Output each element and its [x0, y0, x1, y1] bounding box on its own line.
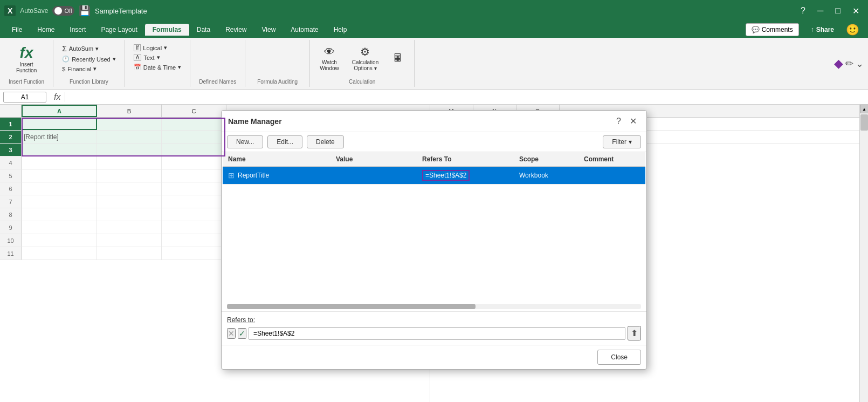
cell-b3[interactable] — [97, 144, 162, 156]
cell-c3[interactable] — [162, 144, 226, 156]
maximize-button[interactable]: □ — [831, 4, 845, 18]
cell-c5[interactable] — [162, 169, 226, 182]
cell-a11[interactable] — [22, 247, 97, 260]
calculation-items: 👁 WatchWindow ⚙ CalculationOptions ▾ 🖩 — [315, 41, 409, 76]
name-box[interactable] — [3, 92, 46, 103]
logical-button[interactable]: If Logical ▾ — [130, 43, 170, 52]
watch-window-button[interactable]: 👁 WatchWindow — [315, 43, 343, 73]
close-button[interactable]: ✕ — [848, 4, 864, 18]
tab-help[interactable]: Help — [326, 24, 355, 36]
filter-button[interactable]: Filter ▾ — [603, 135, 641, 148]
cell-c4[interactable] — [162, 156, 226, 169]
delete-button[interactable]: Delete — [307, 135, 344, 148]
cell-b9[interactable] — [97, 221, 162, 234]
ribbon-group-calculation: 👁 WatchWindow ⚙ CalculationOptions ▾ 🖩 C… — [310, 40, 415, 87]
refers-to-input[interactable] — [249, 327, 625, 340]
dialog-toolbar: New... Edit... Delete Filter ▾ — [222, 132, 646, 152]
cell-b4[interactable] — [97, 156, 162, 169]
cell-a1[interactable] — [22, 118, 97, 130]
formula-input[interactable] — [68, 92, 865, 102]
vertical-scrollbar[interactable]: ▲ ▼ — [859, 105, 868, 402]
tab-page-layout[interactable]: Page Layout — [93, 24, 144, 36]
calculation-options-button[interactable]: ⚙ CalculationOptions ▾ — [348, 43, 383, 73]
calculate-now-button[interactable]: 🖩 — [387, 43, 409, 73]
cell-a8[interactable] — [22, 208, 97, 221]
date-time-button[interactable]: 📅 Date & Time ▾ — [130, 63, 185, 72]
close-button[interactable]: Close — [597, 350, 641, 365]
cell-c6[interactable] — [162, 182, 226, 195]
name-manager-row[interactable]: ⊞ ReportTitle =Sheet1!$A$2 Workbook — [223, 167, 645, 185]
autosum-label: AutoSum — [69, 45, 93, 52]
cancel-refers-to-button[interactable]: ✕ — [227, 328, 236, 339]
help-button[interactable]: ? — [796, 4, 810, 18]
ribbon-group-insert-function: fx InsertFunction Insert Function — [0, 40, 53, 87]
tab-formulas[interactable]: Formulas — [145, 24, 189, 36]
cell-b11[interactable] — [97, 247, 162, 260]
scroll-up-button[interactable]: ▲ — [860, 105, 868, 113]
dialog-horizontal-scrollbar[interactable] — [227, 304, 641, 309]
collapse-refers-to-button[interactable]: ⬆ — [628, 326, 641, 340]
cell-b2[interactable] — [97, 131, 162, 143]
tab-file[interactable]: File — [4, 24, 30, 36]
tab-review[interactable]: Review — [218, 24, 254, 36]
cell-b5[interactable] — [97, 169, 162, 182]
cell-a9[interactable] — [22, 221, 97, 234]
tab-insert[interactable]: Insert — [62, 24, 93, 36]
confirm-refers-to-button[interactable]: ✓ — [238, 328, 246, 339]
col-header-b[interactable]: B — [97, 105, 162, 117]
cell-c1[interactable] — [162, 118, 226, 130]
cell-c11[interactable] — [162, 247, 226, 260]
minimize-button[interactable]: ─ — [813, 4, 828, 18]
cell-c2[interactable] — [162, 131, 226, 143]
cell-c9[interactable] — [162, 221, 226, 234]
new-button[interactable]: New... — [227, 135, 263, 148]
dialog-footer: Refers to: ✕ ✓ ⬆ — [222, 311, 646, 345]
logical-items: If Logical ▾ A Text ▾ 📅 Date & Time ▾ — [130, 41, 185, 81]
share-icon: ↑ — [811, 26, 814, 33]
ribbon-group-formula-auditing: Formula Auditing — [245, 40, 310, 87]
text-button[interactable]: A Text ▾ — [130, 53, 163, 62]
cell-c8[interactable] — [162, 208, 226, 221]
dialog-scrollbar-thumb[interactable] — [227, 304, 476, 309]
tab-data[interactable]: Data — [189, 24, 218, 36]
cell-b10[interactable] — [97, 234, 162, 247]
row-number-2: 2 — [0, 131, 22, 143]
cell-a7[interactable] — [22, 195, 97, 208]
refers-to-highlighted: =Sheet1!$A$2 — [422, 170, 470, 181]
cell-b7[interactable] — [97, 195, 162, 208]
cell-a4[interactable] — [22, 156, 97, 169]
cell-a2[interactable]: [Report title] — [22, 131, 97, 143]
financial-button[interactable]: $ Financial ▾ — [59, 64, 100, 73]
scroll-thumb[interactable] — [860, 114, 868, 131]
cell-c7[interactable] — [162, 195, 226, 208]
tab-automate[interactable]: Automate — [283, 24, 326, 36]
share-button[interactable]: ↑ Share — [803, 24, 842, 36]
col-header-a[interactable]: A — [22, 105, 97, 117]
cell-c10[interactable] — [162, 234, 226, 247]
col-header-value: Value — [330, 153, 417, 165]
ribbon-collapse-button[interactable]: ⌄ — [856, 58, 864, 70]
tab-view[interactable]: View — [254, 24, 284, 36]
cell-a5[interactable] — [22, 169, 97, 182]
dialog-close-x-button[interactable]: ✕ — [626, 115, 640, 127]
recently-used-button[interactable]: 🕐 Recently Used ▾ — [59, 54, 119, 64]
save-icon[interactable]: 💾 — [79, 5, 91, 17]
insert-function-button[interactable]: fx InsertFunction — [12, 43, 41, 76]
autosum-button[interactable]: Σ AutoSum ▾ — [59, 43, 102, 54]
insert-function-label: InsertFunction — [16, 62, 37, 73]
cell-b1[interactable] — [97, 118, 162, 130]
comments-button[interactable]: 💬 Comments — [746, 23, 799, 36]
cell-a10[interactable] — [22, 234, 97, 247]
cell-b8[interactable] — [97, 208, 162, 221]
col-header-comment: Comment — [578, 153, 632, 165]
col-header-c[interactable]: C — [162, 105, 226, 117]
cell-a6[interactable] — [22, 182, 97, 195]
cell-a3[interactable] — [22, 144, 97, 156]
edit-button[interactable]: Edit... — [267, 135, 302, 148]
dialog-help-button[interactable]: ? — [613, 115, 624, 127]
tab-home[interactable]: Home — [30, 24, 62, 36]
table-header: Name Value Refers To Scope Comment — [223, 152, 645, 167]
autosave-toggle[interactable]: Off — [52, 6, 74, 16]
formula-bar: fx — [0, 90, 868, 105]
cell-b6[interactable] — [97, 182, 162, 195]
